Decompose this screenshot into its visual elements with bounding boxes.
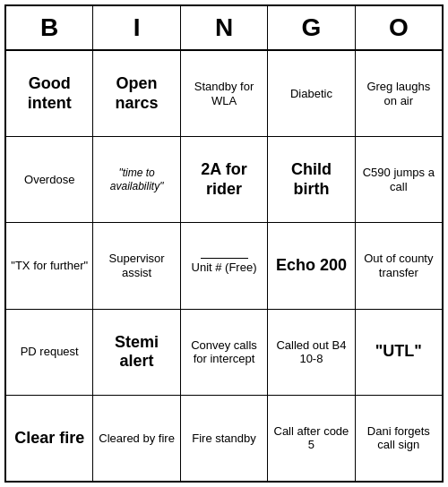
free-line	[201, 258, 248, 259]
free-text: Unit # (Free)	[192, 261, 257, 275]
cell-3-3-free[interactable]: Unit # (Free)	[181, 223, 268, 308]
header-i: I	[93, 6, 180, 49]
bingo-grid: Good intent Open narcs Standby for WLA D…	[6, 51, 442, 481]
cell-3-5[interactable]: Out of county transfer	[356, 223, 442, 308]
row-5: Clear fire Cleared by fire Fire standby …	[6, 396, 442, 481]
cell-2-1[interactable]: Overdose	[6, 137, 93, 222]
cell-4-1[interactable]: PD request	[6, 310, 93, 395]
row-1: Good intent Open narcs Standby for WLA D…	[6, 51, 442, 137]
cell-2-3[interactable]: 2A for rider	[181, 137, 268, 222]
row-2: Overdose "time to availability" 2A for r…	[6, 137, 442, 223]
cell-2-5[interactable]: C590 jumps a call	[356, 137, 442, 222]
header-o: O	[356, 6, 442, 49]
cell-5-1[interactable]: Clear fire	[6, 396, 93, 481]
cell-1-2[interactable]: Open narcs	[93, 51, 180, 136]
cell-4-2[interactable]: Stemi alert	[93, 310, 180, 395]
cell-5-4[interactable]: Call after code 5	[268, 396, 355, 481]
cell-4-3[interactable]: Convey calls for intercept	[181, 310, 268, 395]
header-n: N	[181, 6, 268, 49]
cell-5-3[interactable]: Fire standby	[181, 396, 268, 481]
header-row: B I N G O	[6, 6, 442, 51]
bingo-card: B I N G O Good intent Open narcs Standby…	[4, 4, 444, 483]
cell-1-3[interactable]: Standby for WLA	[181, 51, 268, 136]
header-g: G	[268, 6, 355, 49]
cell-1-4[interactable]: Diabetic	[268, 51, 355, 136]
cell-4-4[interactable]: Called out B4 10-8	[268, 310, 355, 395]
cell-1-1[interactable]: Good intent	[6, 51, 93, 136]
cell-3-2[interactable]: Supervisor assist	[93, 223, 180, 308]
cell-5-2[interactable]: Cleared by fire	[93, 396, 180, 481]
cell-2-2[interactable]: "time to availability"	[93, 137, 180, 222]
row-3: "TX for further" Supervisor assist Unit …	[6, 223, 442, 309]
cell-3-1[interactable]: "TX for further"	[6, 223, 93, 308]
cell-1-5[interactable]: Greg laughs on air	[356, 51, 442, 136]
cell-3-4[interactable]: Echo 200	[268, 223, 355, 308]
header-b: B	[6, 6, 93, 49]
cell-4-5[interactable]: "UTL"	[356, 310, 442, 395]
cell-5-5[interactable]: Dani forgets call sign	[356, 396, 442, 481]
cell-2-4[interactable]: Child birth	[268, 137, 355, 222]
row-4: PD request Stemi alert Convey calls for …	[6, 310, 442, 396]
